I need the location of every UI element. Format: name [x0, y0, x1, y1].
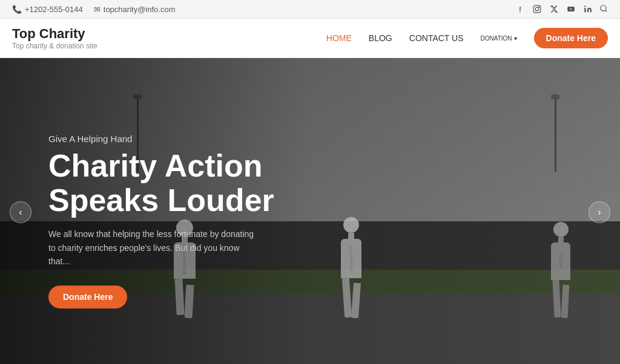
email-address: topcharity@info.com	[104, 5, 176, 14]
hero-eyebrow: Give A Helping Hand	[48, 134, 274, 144]
logo-title: Top Charity	[12, 26, 97, 42]
nav-contact[interactable]: CONTACT US	[409, 33, 464, 43]
phone-number: +1202-555-0144	[25, 5, 83, 14]
phone-icon: 📞	[12, 5, 22, 14]
hero-title: Charity Action Speaks Louder	[48, 149, 274, 218]
facebook-icon[interactable]: f	[515, 4, 526, 15]
search-icon[interactable]	[599, 4, 608, 15]
svg-point-4	[601, 5, 606, 10]
email-icon: ✉	[94, 5, 101, 14]
nav-blog[interactable]: BLOG	[369, 33, 392, 43]
header: Top Charity Top charity & donation site …	[0, 19, 620, 58]
twitter-icon[interactable]	[549, 4, 559, 15]
hero-title-line2: Speaks Louder	[48, 183, 274, 218]
chevron-left-icon: ‹	[19, 207, 22, 218]
volunteer-figure-2: VOLUNTEER	[341, 217, 361, 318]
logo-subtitle: Top charity & donation site	[12, 42, 97, 50]
volunteer-figure-3: VOLUN	[551, 222, 570, 318]
nav-donation[interactable]: DONATION ▾	[480, 35, 516, 42]
main-nav: HOME BLOG CONTACT US DONATION ▾ Donate H…	[326, 28, 608, 48]
logo: Top Charity Top charity & donation site	[12, 26, 97, 50]
svg-rect-0	[533, 5, 541, 13]
svg-point-1	[535, 7, 539, 11]
chevron-right-icon: ›	[598, 207, 601, 218]
hero-title-line1: Charity Action	[48, 148, 262, 183]
svg-point-3	[584, 5, 585, 7]
nav-home[interactable]: HOME	[326, 33, 352, 43]
svg-line-5	[605, 10, 607, 11]
linkedin-icon[interactable]	[582, 4, 593, 15]
social-links: f	[515, 4, 608, 15]
donate-header-button[interactable]: Donate Here	[534, 28, 608, 48]
carousel-next-button[interactable]: ›	[589, 201, 610, 223]
svg-point-2	[539, 7, 539, 7]
email-contact: ✉ topcharity@info.com	[94, 5, 176, 14]
contact-info: 📞 +1202-555-0144 ✉ topcharity@info.com	[12, 5, 175, 14]
donate-hero-button[interactable]: Donate Here	[48, 285, 127, 308]
chevron-down-icon: ▾	[514, 35, 517, 42]
top-bar: 📞 +1202-555-0144 ✉ topcharity@info.com f	[0, 0, 620, 19]
carousel-prev-button[interactable]: ‹	[10, 201, 31, 223]
hero-section: VOLUNTEER VOLUNTEER VOLUN Give A Helping…	[0, 58, 620, 364]
youtube-icon[interactable]	[566, 4, 576, 15]
hero-description: We all know that helping the less fortun…	[48, 228, 254, 268]
hero-content: Give A Helping Hand Charity Action Speak…	[48, 134, 274, 308]
phone-contact: 📞 +1202-555-0144	[12, 5, 83, 14]
instagram-icon[interactable]	[532, 4, 542, 15]
